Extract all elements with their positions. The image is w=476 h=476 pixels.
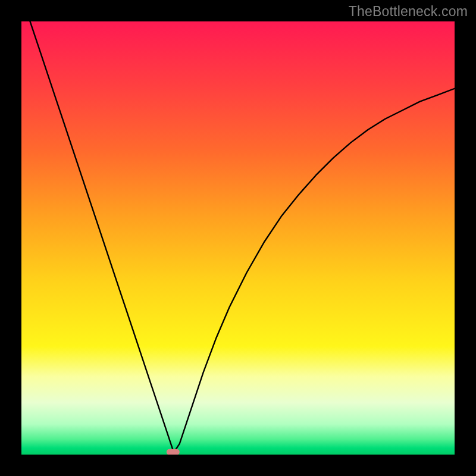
optimal-marker <box>167 449 180 455</box>
plot-area <box>21 21 455 455</box>
gradient-background <box>21 21 455 455</box>
watermark-text: TheBottleneck.com <box>349 4 468 20</box>
bottleneck-chart <box>21 21 455 455</box>
chart-frame: TheBottleneck.com <box>0 0 476 476</box>
